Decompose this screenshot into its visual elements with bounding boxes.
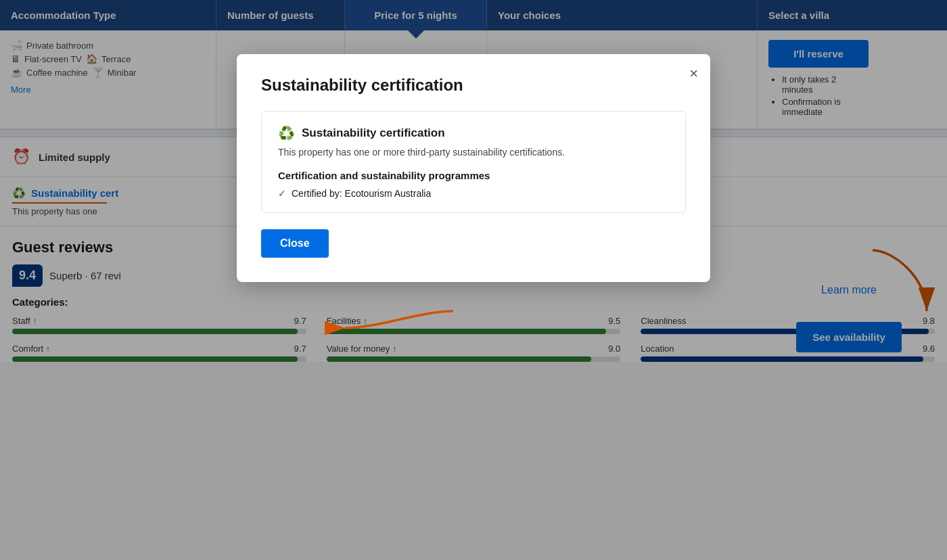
modal-overlay: Sustainability certification × ♻️ Sustai…: [0, 0, 947, 560]
modal-programmes-title: Certification and sustainability program…: [278, 170, 669, 181]
modal-close-button[interactable]: ×: [689, 66, 698, 81]
modal-cert-item: ✓ Certified by: Ecotourism Australia: [278, 188, 669, 199]
sustainability-modal: Sustainability certification × ♻️ Sustai…: [237, 54, 710, 282]
modal-cert-icon: ♻️: [278, 125, 295, 141]
modal-cert-title-row: ♻️ Sustainability certification: [278, 125, 669, 141]
modal-cert-box: ♻️ Sustainability certification This pro…: [261, 111, 686, 213]
modal-cert-title: Sustainability certification: [302, 126, 445, 140]
modal-cert-description: This property has one or more third-part…: [278, 147, 669, 158]
modal-cert-item-text: Certified by: Ecotourism Australia: [292, 188, 431, 199]
modal-close-btn[interactable]: Close: [261, 229, 329, 258]
modal-title: Sustainability certification: [261, 76, 686, 95]
check-icon: ✓: [278, 188, 286, 199]
